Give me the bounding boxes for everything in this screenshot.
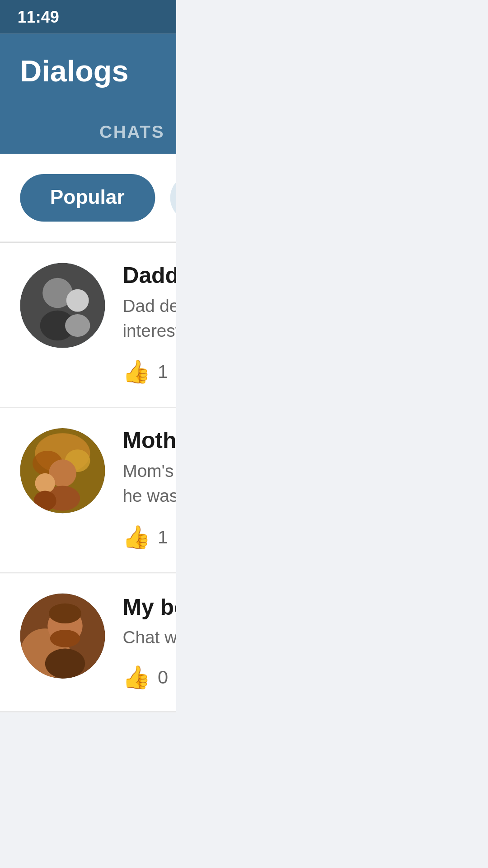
svg-point-16: [35, 473, 55, 493]
chat-desc-daddy-daughter: Dad decided to tell his daughter an inte…: [122, 294, 176, 344]
svg-point-17: [34, 491, 56, 511]
avatar-mother-son: [20, 429, 105, 514]
thumbs-up-icon: 👍: [122, 523, 150, 551]
chat-meta-boyfriend: 👍 0: [122, 664, 176, 691]
chat-item-daddy-daughter[interactable]: Daddy with daughter Dad decided to tell …: [0, 243, 176, 408]
chat-content-boyfriend: My boyfriend ❤️ Chat with my boyfriend, …: [122, 594, 176, 691]
likes-boyfriend: 👍 0: [122, 664, 168, 691]
status-time: 11:49: [18, 8, 59, 27]
likes-daddy-daughter: 👍 1: [122, 358, 168, 385]
page-title: Dialogs: [20, 54, 128, 89]
chat-title-mother-son: Mother and son: [122, 429, 176, 455]
svg-point-21: [50, 630, 80, 648]
tab-bar: CHATS SANDBOX: [20, 109, 176, 154]
chat-content-mother-son: Mother and son Mom's correspondence with…: [122, 429, 176, 553]
thumbs-up-icon: 👍: [122, 664, 150, 691]
likes-mother-son: 👍 1: [122, 523, 168, 551]
status-bar: 11:49 🕐 4G ▲ ▲✕ 🔋 75%: [0, 0, 176, 34]
avatar-boyfriend: [20, 594, 105, 679]
like-count-daddy-daughter: 1: [158, 361, 168, 382]
avatar-daddy-daughter: [20, 263, 105, 348]
svg-point-9: [65, 314, 90, 337]
chat-title-daddy-daughter: Daddy with daughter: [122, 263, 176, 289]
chat-list: Daddy with daughter Dad decided to tell …: [0, 243, 176, 712]
chat-desc-mother-son: Mom's correspondence with his son when h…: [122, 460, 176, 509]
svg-point-7: [66, 289, 89, 312]
like-count-mother-son: 1: [158, 526, 168, 547]
like-count-boyfriend: 0: [158, 667, 168, 688]
popular-filter-button[interactable]: Popular: [20, 174, 155, 222]
header: Dialogs +: [0, 34, 176, 154]
chat-meta-daddy-daughter: 👍 1 Best: [122, 356, 176, 387]
chat-content-daddy-daughter: Daddy with daughter Dad decided to tell …: [122, 263, 176, 387]
filter-row: Popular Newest: [0, 154, 176, 243]
thumbs-up-icon: 👍: [122, 358, 150, 385]
chat-item-mother-son[interactable]: Mother and son Mom's correspondence with…: [0, 408, 176, 574]
chat-meta-mother-son: 👍 1 Best: [122, 521, 176, 552]
chat-title-boyfriend: My boyfriend ❤️: [122, 594, 176, 622]
tab-chats[interactable]: CHATS: [20, 109, 176, 154]
chat-desc-boyfriend: Chat with my boyfriend, close to breakin…: [122, 627, 176, 651]
svg-point-23: [49, 604, 81, 624]
newest-filter-button[interactable]: Newest: [169, 174, 176, 222]
chat-item-boyfriend[interactable]: My boyfriend ❤️ Chat with my boyfriend, …: [0, 574, 176, 712]
svg-point-22: [45, 649, 85, 679]
